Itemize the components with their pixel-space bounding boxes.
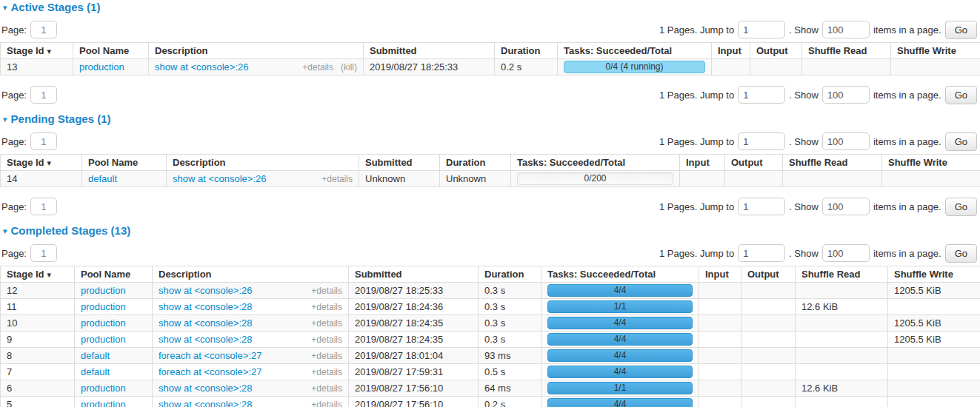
tasks-progress-cell: 4/4 [541,364,699,380]
output-cell [741,380,796,397]
details-toggle-link[interactable]: +details [311,334,342,345]
column-header-duration[interactable]: Duration [440,155,511,171]
pending-stages-header[interactable]: ▾Pending Stages (1) [3,113,980,125]
column-header-stage-id[interactable]: Stage Id▾ [1,266,75,283]
jump-to-page-input[interactable] [738,198,785,215]
pool-name-cell: production [75,397,153,407]
pool-name-link[interactable]: production [81,383,126,394]
column-header-submitted[interactable]: Submitted [349,266,479,283]
details-toggle-link[interactable]: +details [311,383,342,394]
column-header-output[interactable]: Output [750,43,802,59]
page-number-input[interactable] [30,21,57,38]
details-toggle-link[interactable]: +details [302,62,333,73]
column-header-shuffle-write[interactable]: Shuffle Write [891,43,980,59]
description-link[interactable]: show at <console>:28 [159,383,252,394]
submitted-time: Unknown [365,173,405,184]
details-toggle-link[interactable]: +details [321,174,353,184]
page-number-input[interactable] [30,132,57,150]
pool-name-link[interactable]: default [81,350,110,361]
jump-to-page-input[interactable] [738,244,785,262]
page-label: Page: [1,136,27,147]
details-toggle-link[interactable]: +details [311,351,342,361]
description-link[interactable]: show at <console>:28 [159,317,252,329]
go-button[interactable]: Go [945,132,977,151]
items-per-page-input[interactable] [822,86,870,104]
description-link[interactable]: show at <console>:26 [159,285,252,296]
column-header-tasks-succeeded-total[interactable]: Tasks: Succeeded/Total [511,155,680,171]
description-link[interactable]: foreach at <console>:27 [159,350,262,361]
description-link[interactable]: show at <console>:26 [155,61,248,73]
page-number-input[interactable] [30,86,57,104]
pool-name-link[interactable]: production [81,334,126,345]
output-cell [741,315,796,332]
details-toggle-link[interactable]: +details [311,302,342,312]
pool-name-link[interactable]: default [81,366,110,377]
details-toggle-link[interactable]: +details [311,318,342,329]
page-number-input[interactable] [30,244,57,262]
column-header-duration[interactable]: Duration [495,43,558,59]
pagination-left: Page: [1,21,57,38]
go-button[interactable]: Go [945,21,977,39]
column-header-stage-id[interactable]: Stage Id▾ [1,155,82,171]
go-button[interactable]: Go [945,244,977,263]
column-header-label: Duration [501,45,540,56]
column-header-output[interactable]: Output [725,155,783,171]
column-header-submitted[interactable]: Submitted [359,155,440,171]
jump-to-page-input[interactable] [738,21,785,38]
column-header-input[interactable]: Input [699,266,741,283]
column-header-pool-name[interactable]: Pool Name [82,155,167,171]
pool-name-link[interactable]: production [81,301,126,312]
description-link[interactable]: show at <console>:28 [159,301,252,312]
column-header-shuffle-read[interactable]: Shuffle Read [802,43,891,59]
stage-id-cell: 13 [1,59,73,75]
pool-name-link[interactable]: production [81,285,126,296]
column-header-shuffle-write[interactable]: Shuffle Write [888,266,980,283]
column-header-shuffle-write[interactable]: Shuffle Write [882,155,980,171]
jump-to-page-input[interactable] [738,132,785,150]
column-header-description[interactable]: Description [149,43,364,59]
description-link[interactable]: show at <console>:28 [159,399,252,407]
description-cell: show at <console>:28+details [153,380,349,397]
items-per-page-input[interactable] [822,244,870,262]
column-header-submitted[interactable]: Submitted [364,43,495,59]
shuffle-write-cell [888,299,980,315]
column-header-stage-id[interactable]: Stage Id▾ [1,43,73,59]
description-link[interactable]: show at <console>:28 [159,334,252,345]
output-cell [750,59,802,75]
jump-to-page-input[interactable] [738,86,785,104]
column-header-duration[interactable]: Duration [479,266,541,283]
column-header-label: Output [747,269,779,280]
details-toggle-link[interactable]: +details [311,400,342,407]
items-per-page-input[interactable] [822,198,870,215]
column-header-tasks-succeeded-total[interactable]: Tasks: Succeeded/Total [541,266,699,283]
column-header-input[interactable]: Input [712,43,750,59]
column-header-pool-name[interactable]: Pool Name [73,43,149,59]
column-header-pool-name[interactable]: Pool Name [75,266,153,283]
pool-name-link[interactable]: production [81,399,126,407]
column-header-tasks-succeeded-total[interactable]: Tasks: Succeeded/Total [558,43,712,59]
pool-name-cell: production [73,59,149,75]
column-header-shuffle-read[interactable]: Shuffle Read [783,155,882,171]
pool-name-link[interactable]: production [81,317,126,329]
stage-row: 9productionshow at <console>:28+details2… [1,332,980,348]
column-header-input[interactable]: Input [680,155,725,171]
column-header-description[interactable]: Description [153,266,349,283]
column-header-description[interactable]: Description [167,155,359,171]
go-button[interactable]: Go [945,198,977,216]
description-link[interactable]: show at <console>:26 [173,173,266,184]
column-header-shuffle-read[interactable]: Shuffle Read [796,266,888,283]
page-number-input[interactable] [30,198,57,215]
column-header-output[interactable]: Output [741,266,796,283]
column-header-label: Shuffle Write [888,157,947,168]
go-button[interactable]: Go [945,86,977,104]
pool-name-link[interactable]: production [79,61,124,73]
items-per-page-input[interactable] [822,21,870,38]
pool-name-link[interactable]: default [88,173,117,184]
details-toggle-link[interactable]: +details [311,367,342,377]
description-link[interactable]: foreach at <console>:27 [159,366,262,377]
details-toggle-link[interactable]: +details [311,286,342,296]
active-stages-header[interactable]: ▾Active Stages (1) [3,1,980,13]
kill-stage-link[interactable]: (kill) [341,62,357,73]
completed-stages-header[interactable]: ▾Completed Stages (13) [3,225,980,237]
items-per-page-input[interactable] [822,132,870,150]
